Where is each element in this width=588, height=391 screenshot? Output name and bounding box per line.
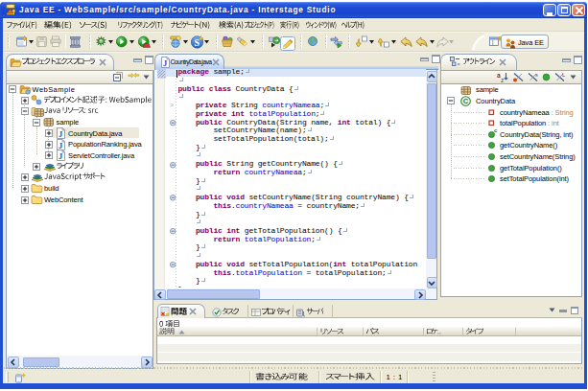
svg-text:J: J <box>59 129 63 139</box>
svg-text:J: J <box>59 151 63 161</box>
svg-text:C: C <box>463 97 469 105</box>
svg-text:L: L <box>562 72 565 78</box>
svg-text:J: J <box>163 58 168 68</box>
svg-text:s: s <box>535 72 538 78</box>
svg-text:z: z <box>501 77 504 82</box>
svg-text:J: J <box>59 141 63 150</box>
